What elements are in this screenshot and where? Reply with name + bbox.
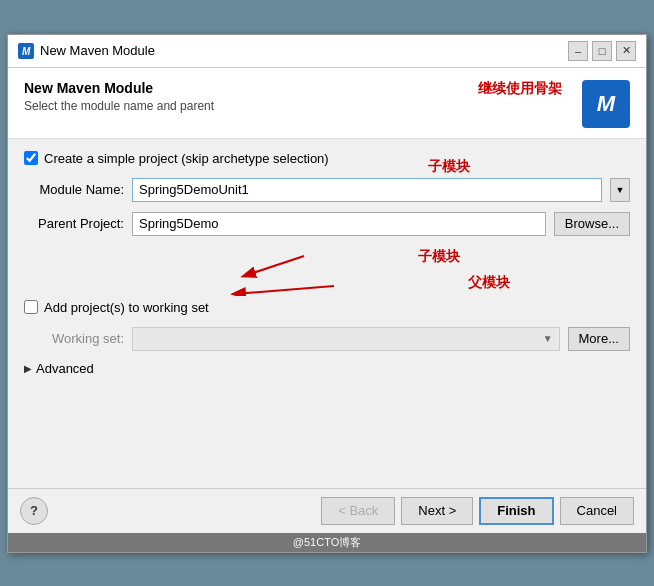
working-set-row: Working set: ▼ More...	[24, 327, 630, 351]
next-button[interactable]: Next >	[401, 497, 473, 525]
svg-line-2	[244, 256, 304, 276]
parent-project-label: Parent Project:	[24, 216, 124, 231]
close-button[interactable]: ✕	[616, 41, 636, 61]
dialog-footer: ? < Back Next > Finish Cancel	[8, 488, 646, 533]
title-bar-text: New Maven Module	[40, 43, 155, 58]
checkbox-label[interactable]: Create a simple project (skip archetype …	[44, 151, 329, 166]
title-bar-controls: – □ ✕	[568, 41, 636, 61]
title-bar: M New Maven Module – □ ✕	[8, 35, 646, 68]
watermark: @51CTO博客	[8, 533, 646, 552]
advanced-triangle-icon: ▶	[24, 363, 32, 374]
module-name-label: Module Name:	[24, 182, 124, 197]
footer-buttons: < Back Next > Finish Cancel	[321, 497, 634, 525]
annotation-child-label: 子模块	[418, 248, 460, 266]
module-name-row: Module Name: ▼	[24, 178, 630, 202]
dialog-header-text: New Maven Module Select the module name …	[24, 80, 214, 113]
maven-title-icon: M	[18, 43, 34, 59]
svg-line-3	[234, 286, 334, 294]
checkbox-row: Create a simple project (skip archetype …	[24, 151, 630, 166]
dialog-header: New Maven Module Select the module name …	[8, 68, 646, 139]
annotation-child-module: 子模块	[428, 158, 470, 176]
help-button[interactable]: ?	[20, 497, 48, 525]
title-bar-left: M New Maven Module	[18, 43, 155, 59]
module-name-dropdown[interactable]: ▼	[610, 178, 630, 202]
working-set-select[interactable]: ▼	[132, 327, 560, 351]
parent-project-input[interactable]	[132, 212, 546, 236]
empty-area	[24, 376, 630, 476]
browse-button[interactable]: Browse...	[554, 212, 630, 236]
dialog-content: Create a simple project (skip archetype …	[8, 139, 646, 488]
parent-project-row: Parent Project: Browse...	[24, 212, 630, 236]
working-set-label: Working set:	[24, 331, 124, 346]
dialog-subtitle: Select the module name and parent	[24, 99, 214, 113]
annotations-svg	[24, 246, 630, 296]
simple-project-checkbox[interactable]	[24, 151, 38, 165]
working-set-checkbox[interactable]	[24, 300, 38, 314]
maximize-button[interactable]: □	[592, 41, 612, 61]
finish-button[interactable]: Finish	[479, 497, 553, 525]
annotation-continue: 继续使用骨架	[478, 80, 562, 98]
working-set-checkbox-label[interactable]: Add project(s) to working set	[44, 300, 209, 315]
more-button[interactable]: More...	[568, 327, 630, 351]
advanced-row[interactable]: ▶ Advanced	[24, 361, 630, 376]
svg-text:M: M	[22, 46, 31, 57]
dialog-title: New Maven Module	[24, 80, 214, 96]
back-button[interactable]: < Back	[321, 497, 395, 525]
footer-left: ?	[20, 497, 48, 525]
advanced-label: Advanced	[36, 361, 94, 376]
annotation-parent-label: 父模块	[468, 274, 510, 292]
working-set-checkbox-row: Add project(s) to working set	[24, 300, 630, 315]
module-name-input[interactable]	[132, 178, 602, 202]
dialog-window: M New Maven Module – □ ✕ New Maven Modul…	[7, 34, 647, 553]
maven-logo: M	[582, 80, 630, 128]
working-set-dropdown-arrow: ▼	[543, 333, 553, 344]
cancel-button[interactable]: Cancel	[560, 497, 634, 525]
minimize-button[interactable]: –	[568, 41, 588, 61]
